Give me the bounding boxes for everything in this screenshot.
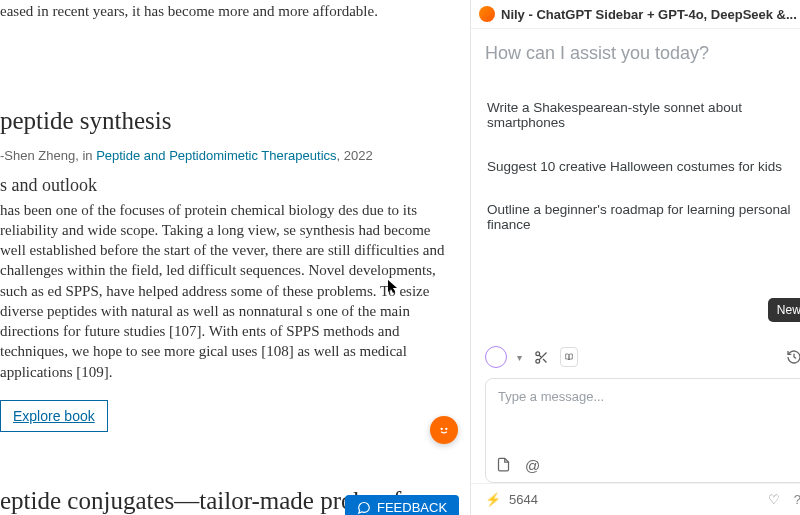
subheading: s and outlook [0,175,445,196]
svg-point-0 [441,428,443,430]
suggestion-item[interactable]: Outline a beginner's roadmap for learnin… [485,188,800,246]
sidebar-footer: ⚡ 5644 ♡ ?⃝ [471,483,800,515]
sidebar-title: Nily - ChatGPT Sidebar + GPT-4o, DeepSee… [501,7,797,22]
suggestion-text: Suggest 10 creative Halloween costumes f… [487,159,782,174]
heart-icon[interactable]: ♡ [765,492,783,507]
citation: -Shen Zheng, in Peptide and Peptidomimet… [0,148,445,163]
svg-point-3 [535,359,539,363]
message-input[interactable]: Type a message... @ [485,378,800,483]
assist-prompt: How can I assist you today? [485,43,800,64]
explore-book-button[interactable]: Explore book [0,400,108,432]
book-icon[interactable] [560,347,578,367]
intro-fragment: eased in recent years, it has become mor… [0,2,445,22]
citation-year: , 2022 [337,148,373,163]
cursor-icon [388,280,398,294]
suggestion-text: Write a Shakespearean-style sonnet about… [487,100,800,130]
suggestion-item[interactable]: Write a Shakespearean-style sonnet about… [485,86,800,144]
newchat-tooltip: New chat [768,298,800,322]
svg-point-2 [535,351,539,355]
help-icon[interactable]: ?⃝ [791,492,800,507]
bolt-icon: ⚡ [485,492,501,507]
chat-sidebar: Nily - ChatGPT Sidebar + GPT-4o, DeepSee… [470,0,800,515]
sidebar-header: Nily - ChatGPT Sidebar + GPT-4o, DeepSee… [471,0,800,29]
credits-count: 5644 [509,492,538,507]
attach-file-icon[interactable] [496,457,511,474]
chat-toolbar: ▾ ＋ [471,346,800,368]
nily-logo-icon [479,6,495,22]
mention-icon[interactable]: @ [525,457,540,474]
svg-point-1 [445,428,447,430]
history-icon[interactable] [785,349,800,365]
citation-author: -Shen Zheng, in [0,148,96,163]
suggestion-text: Outline a beginner's roadmap for learnin… [487,202,800,232]
model-selector-icon[interactable] [485,346,507,368]
citation-link[interactable]: Peptide and Peptidomimetic Therapeutics [96,148,336,163]
assistant-float-icon[interactable] [430,416,458,444]
feedback-label: FEEDBACK [377,500,447,515]
scissors-icon[interactable] [532,350,550,365]
body-text: has been one of the focuses of protein c… [0,200,445,382]
chevron-down-icon[interactable]: ▾ [517,352,522,363]
input-placeholder: Type a message... [498,389,604,404]
section-title: peptide synthesis [0,107,445,135]
feedback-button[interactable]: FEEDBACK [345,495,459,515]
suggestion-item[interactable]: Suggest 10 creative Halloween costumes f… [485,144,800,188]
